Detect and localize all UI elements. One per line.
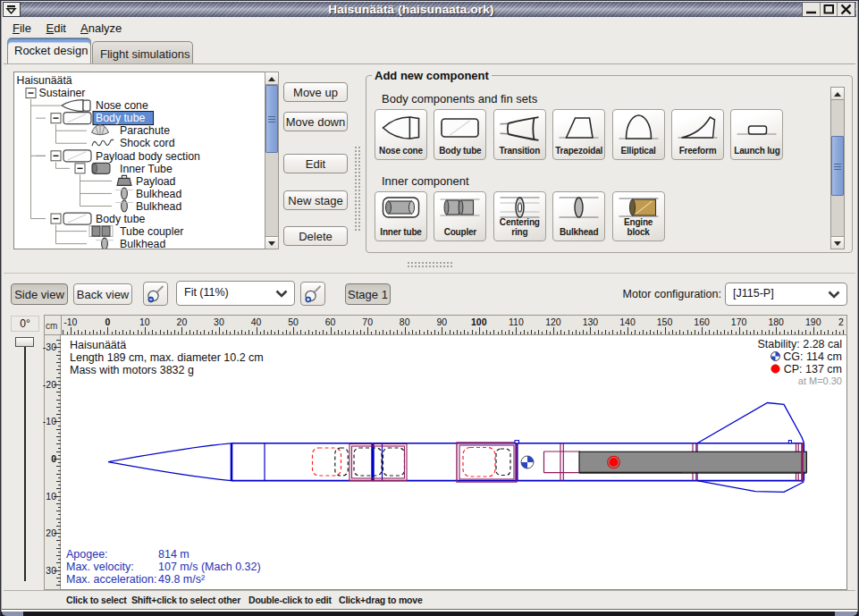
svg-text:Bulkhead: Bulkhead (120, 238, 165, 249)
svg-text:Body tube: Body tube (96, 112, 146, 124)
svg-text:Bulkhead: Bulkhead (136, 200, 181, 213)
svg-text:Payload: Payload (136, 175, 176, 188)
svg-text:Haisunäätä: Haisunäätä (17, 74, 72, 87)
svg-text:Inner Tube: Inner Tube (120, 163, 173, 175)
svg-text:Sustainer: Sustainer (39, 87, 86, 99)
svg-text:Nose cone: Nose cone (96, 99, 148, 112)
svg-text:Tube coupler: Tube coupler (120, 225, 183, 238)
svg-text:Shock cord: Shock cord (120, 137, 175, 149)
svg-text:Payload body section: Payload body section (96, 150, 200, 163)
svg-text:Parachute: Parachute (120, 124, 170, 137)
svg-text:Body tube: Body tube (96, 213, 146, 225)
svg-text:Bulkhead: Bulkhead (136, 188, 181, 200)
